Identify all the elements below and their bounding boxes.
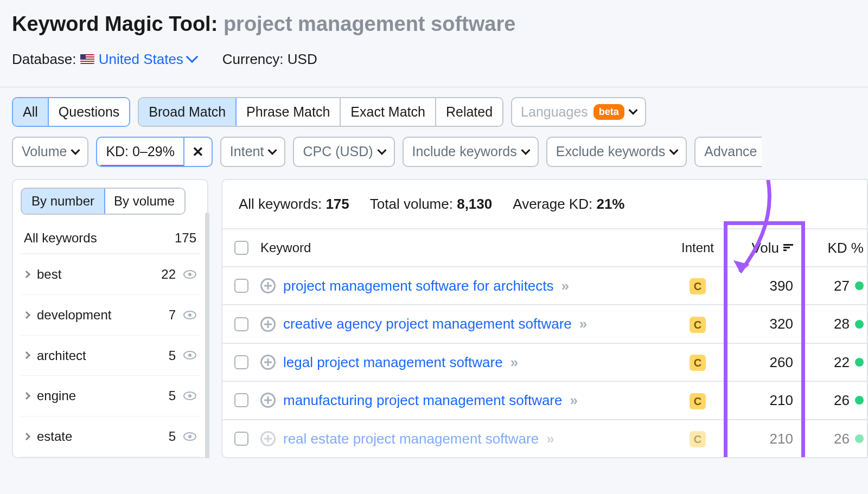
group-label: estate bbox=[37, 427, 161, 446]
intent-badge: C bbox=[690, 393, 706, 409]
kd-value: 22 bbox=[834, 352, 850, 372]
expand-icon[interactable] bbox=[260, 317, 276, 332]
eye-icon[interactable] bbox=[183, 392, 196, 400]
title-prefix: Keyword Magic Tool: bbox=[12, 12, 224, 35]
expand-icon[interactable] bbox=[260, 278, 276, 293]
open-keyword-icon[interactable]: » bbox=[510, 352, 516, 372]
database-selector[interactable]: Database: United States bbox=[12, 49, 196, 69]
kd-filter-clear[interactable]: ✕ bbox=[183, 138, 212, 166]
currency-value: USD bbox=[288, 51, 317, 67]
sidebar-group-item[interactable]: estate 5 bbox=[21, 416, 200, 457]
open-keyword-icon[interactable]: » bbox=[561, 276, 567, 296]
beta-badge: beta bbox=[593, 104, 624, 120]
expand-icon[interactable] bbox=[260, 355, 276, 370]
scope-questions[interactable]: Questions bbox=[49, 98, 130, 126]
chevron-down-icon bbox=[71, 146, 80, 155]
sidebar-group-item[interactable]: development 7 bbox=[21, 295, 200, 336]
eye-icon[interactable] bbox=[183, 311, 196, 319]
row-checkbox[interactable] bbox=[234, 317, 248, 331]
sidebar-group-item[interactable]: architect 5 bbox=[21, 336, 200, 376]
keyword-link[interactable]: legal project management software bbox=[283, 352, 503, 372]
match-phrase[interactable]: Phrase Match bbox=[237, 98, 341, 126]
volume-cell: 210 bbox=[720, 429, 802, 448]
kd-filter-chip[interactable]: KD: 0–29% ✕ bbox=[96, 137, 212, 167]
table-header-row: Keyword Intent Volu KD % bbox=[222, 228, 867, 266]
results-summary: All keywords: 175 Total volume: 8,130 Av… bbox=[222, 180, 867, 228]
volume-cell: 210 bbox=[720, 390, 802, 410]
chevron-down-icon bbox=[521, 146, 530, 155]
match-toggle: Broad Match Phrase Match Exact Match Rel… bbox=[138, 97, 503, 127]
expand-icon[interactable] bbox=[260, 393, 276, 408]
sort-desc-icon bbox=[783, 243, 793, 252]
sidebar-group-item[interactable]: engine 5 bbox=[21, 376, 200, 416]
table-row: creative agency project management softw… bbox=[222, 304, 867, 342]
open-keyword-icon[interactable]: » bbox=[579, 314, 585, 333]
chevron-down-icon bbox=[628, 106, 637, 115]
group-label: best bbox=[37, 265, 154, 284]
keyword-groups-sidebar: By number By volume All keywords 175 bes… bbox=[12, 179, 208, 458]
row-checkbox[interactable] bbox=[234, 355, 248, 369]
header-keyword[interactable]: Keyword bbox=[260, 239, 675, 257]
intent-badge: C bbox=[690, 355, 706, 371]
sidebar-sort-toggle: By number By volume bbox=[21, 188, 186, 215]
eye-icon[interactable] bbox=[183, 351, 196, 360]
all-keywords-row[interactable]: All keywords 175 bbox=[21, 222, 200, 255]
database-value: United States bbox=[99, 49, 183, 69]
chevron-right-icon bbox=[23, 432, 30, 440]
row-checkbox[interactable] bbox=[234, 432, 248, 446]
match-related[interactable]: Related bbox=[436, 98, 502, 126]
kd-filter-label: KD: 0–29% bbox=[97, 138, 183, 166]
keyword-link[interactable]: real estate project management software bbox=[283, 429, 539, 448]
keyword-link[interactable]: creative agency project management softw… bbox=[283, 314, 572, 333]
include-keywords-filter[interactable]: Include keywords bbox=[403, 137, 539, 167]
keyword-link[interactable]: project management software for architec… bbox=[283, 276, 554, 296]
keywords-table: Keyword Intent Volu KD % project managem… bbox=[222, 228, 867, 457]
table-row: legal project management software » C 26… bbox=[222, 343, 867, 381]
chevron-right-icon bbox=[23, 392, 30, 400]
volume-cell: 320 bbox=[720, 314, 802, 333]
languages-label: Languages bbox=[521, 102, 588, 121]
row-checkbox[interactable] bbox=[234, 279, 248, 293]
group-count: 7 bbox=[169, 306, 176, 324]
match-broad[interactable]: Broad Match bbox=[139, 98, 237, 126]
volume-filter[interactable]: Volume bbox=[12, 137, 88, 167]
intent-badge: C bbox=[690, 431, 706, 447]
sidebar-group-item[interactable]: best 22 bbox=[21, 254, 200, 295]
cpc-filter[interactable]: CPC (USD) bbox=[293, 137, 394, 167]
expand-icon[interactable] bbox=[260, 431, 276, 446]
sort-by-volume[interactable]: By volume bbox=[104, 189, 184, 214]
group-count: 5 bbox=[169, 427, 176, 446]
group-label: development bbox=[37, 306, 161, 324]
header-kd[interactable]: KD % bbox=[802, 238, 867, 258]
eye-icon[interactable] bbox=[183, 432, 196, 441]
sort-by-number[interactable]: By number bbox=[21, 188, 105, 215]
currency-label: Currency: bbox=[222, 51, 288, 67]
select-all-checkbox[interactable] bbox=[234, 241, 248, 255]
header-volume[interactable]: Volu bbox=[720, 238, 802, 258]
eye-icon[interactable] bbox=[183, 270, 196, 279]
open-keyword-icon[interactable]: » bbox=[570, 390, 576, 410]
kd-difficulty-dot bbox=[855, 358, 864, 367]
scope-toggle: All Questions bbox=[12, 97, 130, 127]
kd-value: 26 bbox=[834, 390, 850, 410]
advanced-filters[interactable]: Advance bbox=[694, 137, 761, 167]
chevron-down-icon bbox=[669, 146, 679, 155]
scope-all[interactable]: All bbox=[13, 98, 49, 126]
row-checkbox[interactable] bbox=[234, 393, 248, 407]
group-label: engine bbox=[37, 387, 161, 405]
kd-value: 27 bbox=[834, 276, 850, 296]
intent-filter[interactable]: Intent bbox=[220, 137, 286, 167]
us-flag-icon bbox=[80, 54, 94, 64]
exclude-keywords-filter[interactable]: Exclude keywords bbox=[546, 137, 687, 167]
languages-dropdown[interactable]: Languages beta bbox=[511, 97, 646, 127]
kd-difficulty-dot bbox=[855, 320, 864, 329]
kd-value: 26 bbox=[834, 429, 850, 448]
group-count: 5 bbox=[169, 347, 176, 365]
table-row: manufacturing project management softwar… bbox=[222, 381, 867, 419]
chevron-right-icon bbox=[23, 271, 30, 278]
keyword-link[interactable]: manufacturing project management softwar… bbox=[283, 390, 563, 410]
header-intent[interactable]: Intent bbox=[675, 239, 720, 257]
match-exact[interactable]: Exact Match bbox=[341, 98, 436, 126]
database-label: Database: bbox=[12, 51, 80, 67]
open-keyword-icon[interactable]: » bbox=[546, 429, 552, 448]
